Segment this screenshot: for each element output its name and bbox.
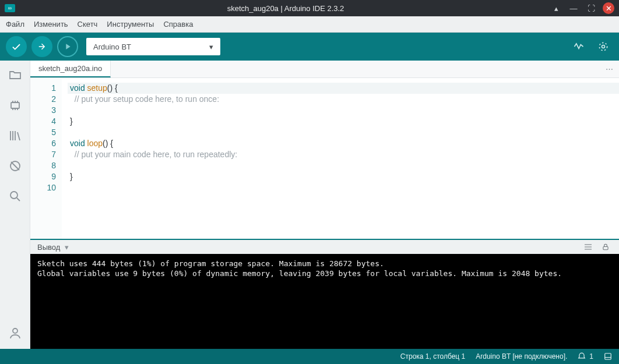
menu-sketch[interactable]: Скетч: [78, 20, 98, 29]
svg-point-0: [602, 45, 605, 48]
code-body[interactable]: void setup() { // put your setup code he…: [62, 78, 619, 239]
svg-rect-6: [603, 246, 608, 249]
status-cursor: Строка 1, столбец 1: [400, 352, 465, 361]
maximize-icon[interactable]: ⛶: [585, 2, 597, 14]
output-label: Вывод: [37, 243, 60, 252]
window-controls: ▴ — ⛶ ✕: [550, 2, 614, 14]
output-lock-icon[interactable]: [599, 241, 612, 253]
output-body[interactable]: Sketch uses 444 bytes (1%) of program st…: [30, 254, 619, 349]
triangle-up-icon[interactable]: ▴: [550, 2, 562, 14]
search-icon[interactable]: [6, 188, 24, 205]
debug-button[interactable]: [57, 36, 78, 57]
tab-label: sketch_aug20a.ino: [38, 64, 102, 73]
output-options-icon[interactable]: [582, 241, 595, 253]
output-header: Вывод ▾: [30, 239, 619, 254]
tab-sketch[interactable]: sketch_aug20a.ino: [30, 61, 111, 77]
board-manager-icon[interactable]: [6, 97, 24, 114]
library-manager-icon[interactable]: [6, 127, 24, 144]
menu-help[interactable]: Справка: [163, 20, 193, 29]
serial-plotter-icon[interactable]: [569, 37, 589, 56]
menu-file[interactable]: Файл: [6, 20, 24, 29]
menubar: Файл Изменить Скетч Инструменты Справка: [0, 16, 619, 33]
tab-more-button[interactable]: ⋯: [599, 61, 619, 77]
minimize-icon[interactable]: —: [568, 2, 579, 14]
main-area: sketch_aug20a.ino ⋯ 12345678910 void set…: [0, 61, 619, 349]
svg-point-4: [10, 192, 17, 199]
window-title: sketch_aug20a | Arduino IDE 2.3.2: [21, 4, 550, 13]
line-gutter: 12345678910: [30, 78, 62, 239]
menu-edit[interactable]: Изменить: [34, 20, 68, 29]
menu-tools[interactable]: Инструменты: [107, 20, 154, 29]
code-editor[interactable]: 12345678910 void setup() { // put your s…: [30, 78, 619, 239]
debug-sidebar-icon[interactable]: [6, 157, 24, 175]
folder-icon[interactable]: [6, 66, 24, 84]
svg-point-1: [599, 43, 607, 50]
titlebar: ∞ sketch_aug20a | Arduino IDE 2.3.2 ▴ — …: [0, 0, 619, 16]
editor-area: sketch_aug20a.ino ⋯ 12345678910 void set…: [30, 61, 619, 349]
status-close-panel-icon[interactable]: [604, 352, 612, 361]
chevron-down-icon: ▾: [209, 43, 213, 51]
status-notifications[interactable]: 1: [578, 352, 593, 361]
notif-count: 1: [589, 352, 593, 361]
user-icon[interactable]: [6, 324, 24, 342]
svg-rect-7: [605, 354, 611, 360]
svg-rect-2: [11, 103, 19, 108]
board-selector-label: Arduino BT: [93, 43, 131, 51]
chevron-down-icon[interactable]: ▾: [65, 243, 69, 252]
activity-bar: [0, 61, 30, 349]
app-icon: ∞: [5, 4, 15, 12]
svg-point-5: [13, 328, 17, 333]
upload-button[interactable]: [31, 36, 52, 57]
board-selector[interactable]: Arduino BT ▾: [86, 38, 220, 55]
close-icon[interactable]: ✕: [603, 2, 614, 14]
serial-monitor-icon[interactable]: [593, 37, 613, 56]
editor-tabs: sketch_aug20a.ino ⋯: [30, 61, 619, 78]
toolbar: Arduino BT ▾: [0, 33, 619, 61]
status-board[interactable]: Arduino BT [не подключено].: [476, 352, 567, 361]
verify-button[interactable]: [6, 36, 27, 57]
statusbar: Строка 1, столбец 1 Arduino BT [не подкл…: [0, 349, 619, 364]
